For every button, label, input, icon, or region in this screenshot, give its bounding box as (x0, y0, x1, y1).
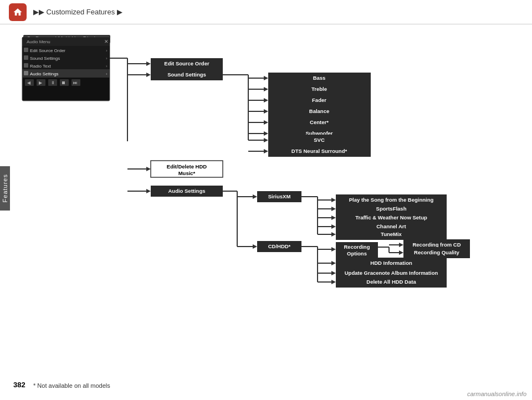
svg-text:Recording from CD: Recording from CD (412, 242, 461, 248)
svg-text:Audio Settings: Audio Settings (30, 71, 59, 76)
svg-text:SportsFlash: SportsFlash (376, 206, 407, 212)
svg-text:›: › (106, 64, 108, 69)
svg-text:Center*: Center* (310, 119, 329, 125)
svg-marker-52 (264, 98, 268, 102)
sidebar-tab: Features (0, 166, 10, 211)
svg-text:SiriusXM: SiriusXM (268, 193, 291, 199)
svg-text:Traffic & Weather Now Setup: Traffic & Weather Now Setup (355, 214, 427, 220)
svg-marker-76 (146, 167, 151, 171)
breadcrumb: ▶▶ Customized Features ▶ (32, 8, 124, 16)
svg-text:Options: Options (347, 250, 367, 257)
svg-text:Audio Settings: Audio Settings (168, 188, 205, 194)
svg-text:✕: ✕ (104, 39, 109, 44)
svg-text:Treble: Treble (311, 86, 327, 92)
flow-diagram: Audio Menu ✕ Edit Source Order › Sound S… (10, 30, 520, 319)
svg-text:Recording Quality: Recording Quality (414, 249, 460, 255)
svg-text:⏹: ⏹ (62, 80, 66, 85)
svg-text:›: › (106, 56, 108, 61)
svg-text:DTS Neural Surround*: DTS Neural Surround* (291, 148, 347, 154)
svg-rect-9 (24, 55, 28, 60)
svg-rect-5 (24, 48, 28, 52)
svg-text:TuneMix: TuneMix (381, 231, 402, 237)
sidebar-tab-label: Features (2, 174, 8, 202)
page-number: 382 (13, 381, 25, 389)
svg-text:›: › (106, 71, 108, 76)
svg-text:Edit Source Order: Edit Source Order (30, 48, 65, 53)
svg-text:SVC: SVC (314, 137, 325, 143)
svg-marker-126 (399, 243, 403, 247)
svg-marker-60 (264, 120, 268, 125)
svg-marker-64 (264, 131, 268, 136)
home-icon[interactable] (9, 3, 27, 21)
svg-text:Sound Settings: Sound Settings (167, 71, 206, 78)
svg-marker-109 (331, 232, 336, 237)
svg-rect-20 (22, 77, 110, 78)
svg-marker-138 (331, 271, 336, 275)
svg-marker-134 (331, 261, 336, 265)
svg-marker-93 (331, 198, 336, 202)
svg-text:◀: ◀ (27, 80, 31, 85)
svg-marker-81 (146, 189, 151, 193)
svg-rect-13 (24, 63, 28, 68)
svg-text:Delete All HDD Data: Delete All HDD Data (366, 279, 416, 285)
svg-text:Fader: Fader (312, 97, 326, 103)
svg-text:Audio Menu: Audio Menu (27, 39, 50, 44)
svg-text:Play the Song from the Beginni: Play the Song from the Beginning (349, 197, 434, 203)
svg-text:›: › (106, 48, 108, 53)
svg-marker-48 (264, 87, 268, 91)
svg-marker-97 (331, 207, 336, 211)
svg-text:▶: ▶ (39, 80, 43, 85)
svg-marker-56 (264, 109, 268, 114)
svg-marker-130 (399, 250, 403, 255)
svg-text:⏭: ⏭ (73, 80, 78, 85)
svg-text:Balance: Balance (309, 108, 329, 114)
watermark: carmanualsonline.info (467, 391, 526, 397)
svg-marker-119 (331, 247, 336, 252)
svg-marker-72 (264, 149, 268, 153)
svg-marker-142 (331, 280, 336, 284)
svg-marker-101 (331, 216, 336, 220)
svg-marker-34 (146, 61, 151, 66)
svg-marker-87 (253, 194, 257, 199)
svg-marker-105 (331, 224, 336, 229)
svg-text:HDD Information: HDD Information (370, 260, 412, 266)
svg-text:Music*: Music* (178, 170, 196, 176)
footnote: * Not available on all models (33, 382, 110, 389)
svg-text:⏸: ⏸ (50, 80, 55, 85)
svg-text:Radio Text: Radio Text (30, 64, 51, 69)
svg-marker-38 (146, 73, 151, 77)
page-header: ▶▶ Customized Features ▶ (0, 0, 532, 24)
svg-text:Update Gracenote Album Informa: Update Gracenote Album Information (345, 270, 438, 276)
svg-text:Sound Settings: Sound Settings (30, 56, 60, 61)
svg-marker-113 (253, 244, 257, 249)
svg-text:Recording: Recording (344, 244, 370, 250)
svg-text:CD/HDD*: CD/HDD* (268, 243, 291, 249)
svg-rect-17 (24, 71, 28, 75)
svg-marker-44 (264, 76, 268, 80)
svg-text:Edit Source Order: Edit Source Order (164, 60, 209, 66)
svg-text:Edit/Delete HDD: Edit/Delete HDD (167, 163, 207, 170)
svg-text:Channel Art: Channel Art (376, 223, 406, 229)
svg-marker-68 (264, 138, 268, 142)
svg-text:Bass: Bass (313, 75, 326, 81)
